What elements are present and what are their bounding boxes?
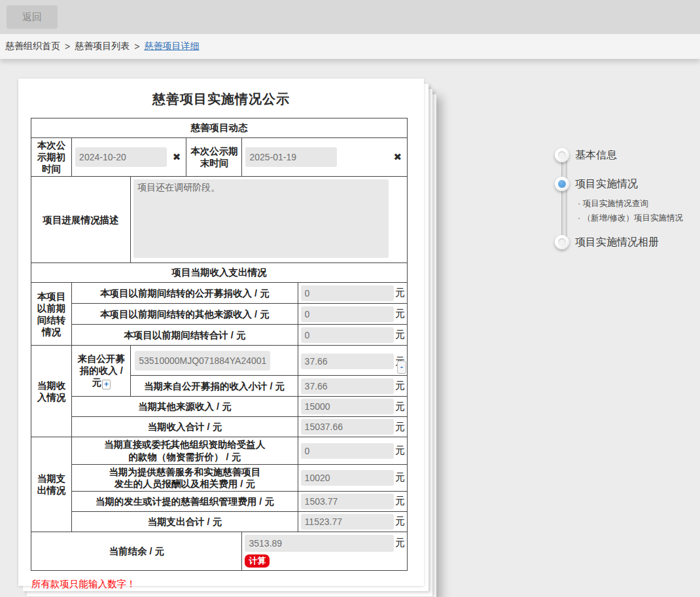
unit-label: 元 (395, 380, 405, 392)
income-other-input[interactable] (301, 399, 394, 414)
expense-aid-input[interactable] (301, 443, 394, 459)
page-title: 慈善项目实施情况公示 (18, 90, 424, 108)
breadcrumb-separator: > (134, 41, 139, 52)
section-header-inout: 项目当期收入支出情况 (31, 263, 408, 283)
unit-label: 元 (395, 329, 405, 341)
period-start-label: 本次公示期初时间 (31, 138, 72, 177)
expense-group-label: 当期支出情况 (31, 437, 72, 532)
carryover-total-input[interactable] (301, 327, 394, 343)
carryover-other-input[interactable] (301, 306, 394, 322)
unit-label: 元 (395, 495, 405, 507)
timeline-item-photo-album[interactable]: 项目实施情况相册 (575, 235, 659, 249)
unit-label: 元 (395, 515, 405, 528)
expense-admin-input[interactable] (301, 494, 394, 509)
timeline-track (561, 156, 567, 246)
publicity-table: 慈善项目动态 本次公示期初时间 ✖ 本次公示期末时间 ✖ 项目进展情况描述 (31, 118, 408, 571)
period-end-label: 本次公示期末时间 (186, 138, 242, 177)
income-source-input[interactable] (135, 351, 270, 371)
calculate-button[interactable]: 计算 (245, 554, 270, 568)
clear-date-icon[interactable]: ✖ (393, 151, 404, 163)
period-start-input[interactable] (75, 147, 167, 167)
timeline-node-basic-info[interactable] (555, 148, 569, 162)
balance-input[interactable] (245, 535, 394, 552)
breadcrumb-separator: > (65, 41, 70, 52)
income-total-input[interactable] (301, 419, 394, 435)
timeline-item-implementation[interactable]: 项目实施情况 (575, 177, 638, 191)
row-label: 当期为提供慈善服务和实施慈善项目 发生的人员报酬以及相关费用 / 元 (72, 464, 298, 491)
progress-textarea[interactable]: 项目还在调研阶段。 (133, 179, 389, 258)
timeline-node-implementation[interactable] (555, 177, 569, 191)
row-label: 当期来自公开募捐的收入小计 / 元 (131, 376, 298, 397)
clear-date-icon[interactable]: ✖ (173, 151, 183, 163)
row-label: 本项目以前期间结转的其他来源收入 / 元 (72, 304, 298, 325)
row-label: 当期支出合计 / 元 (72, 511, 298, 532)
income-public-subtotal-input[interactable] (301, 378, 394, 394)
add-source-icon[interactable]: + (102, 380, 111, 389)
expense-total-input[interactable] (301, 514, 394, 530)
row-label: 当期收入合计 / 元 (72, 417, 298, 437)
unit-label: 元 (395, 401, 405, 413)
unit-label: 元 (395, 537, 405, 549)
section-timeline: 基本信息 项目实施情况 · 项目实施情况查询 · （新增/修改）项目实施情况 项… (553, 144, 700, 262)
row-label: 当期直接或委托其他组织资助给受益人 的款物（物资需折价） / 元 (72, 437, 298, 464)
income-group-label: 当期收入情况 (31, 346, 72, 437)
balance-label: 当前结余 / 元 (31, 532, 242, 570)
unit-label: 元 (395, 444, 405, 457)
section-header-dynamics: 慈善项目动态 (31, 118, 408, 138)
breadcrumb-project-list[interactable]: 慈善项目列表 (75, 41, 130, 52)
unit-label: 元 (395, 308, 405, 320)
period-end-input[interactable] (245, 147, 337, 167)
timeline-subitem-query[interactable]: · 项目实施情况查询 (578, 199, 648, 209)
breadcrumb-project-detail[interactable]: 慈善项目详细 (144, 41, 199, 52)
carryover-group-label: 本项目以前期间结转情况 (31, 283, 72, 346)
breadcrumb-home[interactable]: 慈善组织首页 (5, 41, 60, 52)
progress-label: 项目进展情况描述 (31, 177, 131, 263)
income-public-label: 来自公开募捐的收入 / 元+ (72, 346, 131, 397)
row-label: 本项目以前期间结转合计 / 元 (72, 325, 298, 346)
breadcrumb: 慈善组织首页 > 慈善项目列表 > 慈善项目详细 (0, 34, 700, 59)
timeline-node-photo-album[interactable] (555, 235, 569, 249)
row-label: 当期的发生或计提的慈善组织管理费用 / 元 (72, 491, 298, 511)
income-source-amount-input[interactable] (301, 353, 394, 369)
remove-source-icon[interactable]: - (397, 361, 406, 374)
back-button[interactable]: 返回 (7, 5, 58, 29)
top-bar: 返回 (0, 0, 700, 34)
row-label: 本项目以前期间结转的公开募捐收入 / 元 (72, 283, 298, 304)
expense-staff-input[interactable] (301, 470, 394, 486)
carryover-public-input[interactable] (301, 285, 394, 301)
row-label: 当期其他来源收入 / 元 (72, 397, 298, 417)
unit-label: 元 (395, 471, 405, 484)
publicity-card: 慈善项目实施情况公示 慈善项目动态 本次公示期初时间 ✖ 本次公示期末时间 ✖ (18, 79, 424, 586)
timeline-subitem-add-modify[interactable]: · （新增/修改）项目实施情况 (578, 213, 683, 223)
unit-label: 元 (395, 421, 405, 433)
unit-label: 元 (395, 287, 405, 299)
timeline-item-basic-info[interactable]: 基本信息 (575, 148, 617, 162)
numeric-only-warning: 所有款项只能输入数字！ (31, 578, 424, 590)
